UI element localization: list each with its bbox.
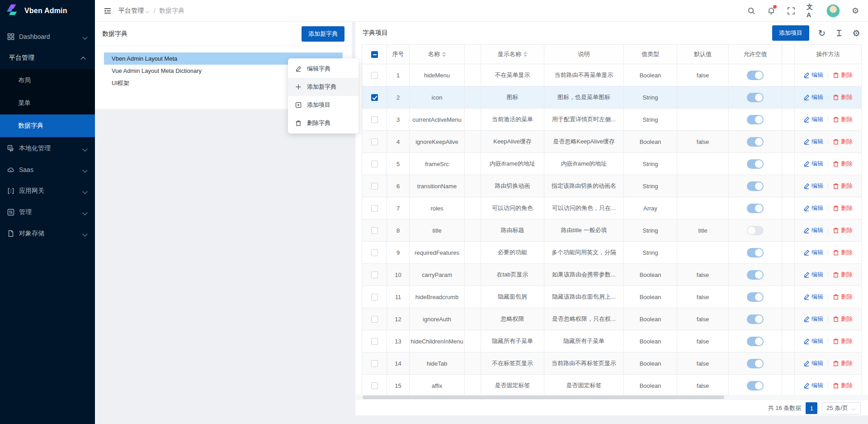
row-checkbox[interactable] [371,183,378,190]
horizontal-scrollbar[interactable] [355,395,868,400]
delete-button[interactable]: 删除 [833,315,853,323]
row-checkbox[interactable] [371,272,378,278]
delete-button[interactable]: 删除 [833,71,853,79]
edit-button[interactable]: 编辑 [803,337,823,345]
nullable-toggle[interactable] [747,204,764,213]
collapse-sidebar-icon[interactable] [103,6,112,15]
delete-button[interactable]: 删除 [833,359,853,367]
row-checkbox[interactable] [371,138,378,145]
fullscreen-icon[interactable] [787,6,796,15]
edit-button[interactable]: 编辑 [803,359,823,367]
sort-arrows-icon[interactable] [442,52,446,57]
avatar[interactable] [826,4,840,18]
delete-button[interactable]: 删除 [833,115,853,124]
nullable-toggle[interactable] [747,314,764,324]
edit-button[interactable]: 编辑 [803,71,823,79]
delete-button[interactable]: 删除 [833,182,853,190]
row-checkbox[interactable] [371,72,378,79]
row-checkbox[interactable] [371,360,378,367]
cell-description: 指定该路由切换的动画名 [544,175,624,197]
delete-button[interactable]: 删除 [833,160,853,168]
scrollbar-thumb[interactable] [363,395,724,399]
delete-button[interactable]: 删除 [833,381,853,390]
nullable-toggle[interactable] [747,71,764,80]
nullable-toggle[interactable] [747,137,764,147]
edit-button[interactable]: 编辑 [803,315,823,323]
context-menu-item-编辑字典[interactable]: 编辑字典 [288,60,359,78]
edit-button[interactable]: 编辑 [803,381,823,390]
row-checkbox[interactable] [371,382,378,389]
page-size-select[interactable]: 25 条/页 [822,402,861,414]
notification-bell-icon[interactable] [767,6,776,15]
row-checkbox[interactable] [371,249,378,256]
edit-button[interactable]: 编辑 [803,115,823,124]
edit-button[interactable]: 编辑 [803,226,823,234]
nullable-toggle[interactable] [747,337,764,346]
nullable-toggle[interactable] [747,248,764,257]
nullable-toggle[interactable] [747,270,764,280]
search-icon[interactable] [747,6,756,15]
translate-icon[interactable]: 文A [807,6,816,15]
context-menu-item-添加新字典[interactable]: 添加新字典 [288,78,359,96]
delete-button[interactable]: 删除 [833,204,853,212]
edit-button[interactable]: 编辑 [803,182,823,190]
nullable-toggle[interactable] [747,115,764,124]
context-menu-item-添加项目[interactable]: 添加项目 [288,96,359,114]
settings-gear-icon[interactable]: ⚙ [851,6,860,15]
context-menu-item-删除字典[interactable]: 删除字典 [288,114,359,132]
sort-arrows-icon[interactable] [524,52,527,57]
row-checkbox[interactable] [371,294,378,300]
sidebar-item-Saas[interactable]: Saas [0,160,95,180]
delete-button[interactable]: 删除 [833,226,853,234]
edit-button[interactable]: 编辑 [803,271,823,279]
nullable-toggle[interactable] [747,359,764,368]
sidebar-item-平台管理[interactable]: 平台管理 [0,48,95,68]
row-checkbox[interactable] [371,94,378,101]
edit-button[interactable]: 编辑 [803,93,823,101]
sidebar-item-应用网关[interactable]: 应用网关 [0,181,95,201]
row-checkbox[interactable] [371,116,378,123]
breadcrumb-parent[interactable]: 平台管理 [118,7,150,15]
delete-button[interactable]: 删除 [833,138,853,146]
delete-button[interactable]: 删除 [833,271,853,279]
select-all-checkbox[interactable] [371,51,378,58]
delete-button[interactable]: 删除 [833,293,853,301]
sidebar-item-数据字典[interactable]: 数据字典 [0,114,95,137]
logo[interactable]: Vben Admin [0,0,95,22]
table-header-显示名称[interactable]: 显示名称 [481,44,544,64]
sidebar-item-Dashboard[interactable]: Dashboard [0,27,95,47]
delete-button[interactable]: 删除 [833,337,853,345]
sidebar-item-本地化管理[interactable]: A本地化管理 [0,138,95,158]
row-checkbox[interactable] [371,338,378,345]
row-checkbox[interactable] [371,161,378,167]
nullable-toggle[interactable] [747,381,764,391]
nullable-toggle[interactable] [747,181,764,191]
refresh-icon[interactable]: ↻ [817,29,826,38]
nullable-toggle[interactable] [747,226,764,235]
sidebar-item-菜单[interactable]: 菜单 [0,92,95,114]
sidebar-item-对象存储[interactable]: 对象存储 [0,224,95,243]
cell-name: transitionName [410,175,465,197]
row-checkbox[interactable] [371,205,378,212]
column-settings-gear-icon[interactable]: ⚙ [852,29,861,38]
cell-description: 如果该路由会携带参数... [544,264,624,286]
row-checkbox[interactable] [371,227,378,234]
edit-button[interactable]: 编辑 [803,204,823,212]
page-number-button[interactable]: 1 [806,402,817,414]
edit-button[interactable]: 编辑 [803,138,823,146]
edit-button[interactable]: 编辑 [803,248,823,257]
row-checkbox[interactable] [371,316,378,323]
add-dictionary-button[interactable]: 添加新字典 [302,26,344,42]
add-item-button[interactable]: 添加项目 [772,25,809,41]
row-height-icon[interactable] [835,29,844,38]
nullable-toggle[interactable] [747,292,764,302]
delete-button[interactable]: 删除 [833,248,853,257]
edit-button[interactable]: 编辑 [803,293,823,301]
nullable-toggle[interactable] [747,93,764,102]
nullable-toggle[interactable] [747,159,764,169]
delete-button[interactable]: 删除 [833,93,853,101]
edit-button[interactable]: 编辑 [803,160,823,168]
sidebar-item-布局[interactable]: 布局 [0,69,95,92]
sidebar-item-管理[interactable]: 管理 [0,202,95,222]
table-header-名称[interactable]: 名称 [410,44,465,64]
